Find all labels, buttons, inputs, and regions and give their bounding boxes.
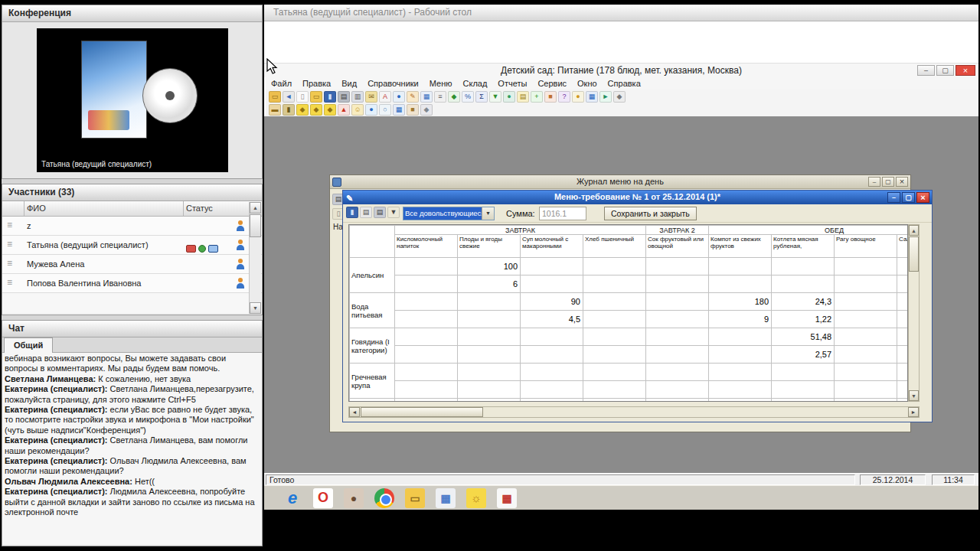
copy-icon[interactable]: ▤ [360,207,372,218]
globe-icon-2[interactable]: ● [365,104,377,116]
value-cell[interactable] [521,399,583,403]
open-folder-icon[interactable]: ▭ [269,91,281,103]
sum-field[interactable]: 1016.1 [539,207,586,220]
print-dropdown-icon[interactable]: ▼ [387,207,400,218]
sort-icon[interactable]: ▼ [489,91,501,103]
package-icon[interactable]: ■ [544,91,557,103]
table-horizontal-scrollbar[interactable] [348,406,920,418]
refresh-icon[interactable]: ► [599,91,612,103]
value-cell[interactable] [395,311,458,328]
lock-icon[interactable]: ▮ [283,104,295,116]
value-cell[interactable]: 51,48 [772,328,835,346]
value-cell[interactable] [458,364,521,381]
value-cell[interactable] [835,293,897,311]
save-icon[interactable]: ▮ [346,207,358,218]
value-cell[interactable] [709,276,772,293]
value-cell[interactable] [772,364,835,381]
settings-icon[interactable]: ◆ [613,91,626,103]
value-cell[interactable] [395,399,458,403]
app-close-button[interactable] [956,65,975,76]
value-cell[interactable]: 100 [458,258,521,276]
drag-handle-icon[interactable]: ≡ [7,239,12,249]
value-cell[interactable] [772,381,835,399]
value-cell[interactable] [583,276,646,293]
participant-row[interactable]: ≡z [2,217,262,236]
explorer-folder-icon[interactable]: ▭ [405,488,425,508]
value-cell[interactable] [897,293,908,311]
value-cell[interactable] [395,276,458,293]
value-cell[interactable] [835,346,897,364]
menu-item-Файл[interactable]: Файл [266,79,297,88]
value-cell[interactable] [458,328,521,346]
value-cell[interactable] [709,258,772,276]
value-cell[interactable] [897,364,908,381]
scroll-thumb[interactable] [909,236,919,272]
participant-row[interactable]: ≡Мужева Алена [2,255,262,274]
dialog-maximize-button[interactable] [902,192,915,203]
value-cell[interactable] [835,258,897,276]
smiley-icon[interactable]: ☺ [351,104,364,116]
drag-handle-icon[interactable]: ≡ [7,258,12,269]
menu-item-Склад[interactable]: Склад [458,79,493,88]
back-icon[interactable]: ◄ [283,91,295,103]
value-cell[interactable] [395,381,458,399]
value-cell[interactable] [583,311,646,328]
scroll-thumb[interactable] [361,407,483,417]
save-icon[interactable]: ▮ [324,91,336,103]
menu-item-Меню[interactable]: Меню [424,79,458,88]
value-cell[interactable]: 90 [521,293,583,311]
value-cell[interactable] [646,364,709,381]
journal-titlebar[interactable]: Журнал меню на день [330,175,910,189]
font-icon[interactable]: A [379,91,391,103]
scroll-up-icon[interactable] [250,202,261,214]
value-cell[interactable] [583,258,646,276]
list-icon[interactable]: ≡ [434,91,446,103]
value-cell[interactable] [395,328,458,346]
value-cell[interactable]: 9 [709,311,772,328]
value-cell[interactable] [897,311,908,328]
menu-app-icon[interactable]: ☼ [466,488,486,508]
clock-icon[interactable]: ● [572,91,584,103]
value-cell[interactable] [646,346,709,364]
value-cell[interactable] [709,328,772,346]
value-cell[interactable] [709,364,772,381]
value-cell[interactable] [646,258,709,276]
chart-icon-2[interactable]: ▦ [393,104,405,116]
app-minimize-button[interactable] [917,65,935,76]
value-cell[interactable] [583,346,646,364]
value-cell[interactable] [521,381,583,399]
value-cell[interactable]: 180 [709,293,772,311]
value-cell[interactable]: 1,22 [772,311,835,328]
value-cell[interactable] [458,311,521,328]
menu-item-Правка[interactable]: Правка [297,79,336,88]
value-cell[interactable] [646,328,709,346]
value-cell[interactable] [709,346,772,364]
scroll-thumb[interactable] [250,214,261,237]
menu-item-Сервис[interactable]: Сервис [532,79,572,88]
dialog-titlebar[interactable]: Меню-требование № 1 от 25.12.2014 (1)* [343,191,932,204]
menu-item-Справка[interactable]: Справка [603,79,646,88]
chrome-icon[interactable] [374,488,394,508]
chevron-down-icon[interactable] [482,207,494,220]
participants-scrollbar[interactable] [249,202,261,314]
value-cell[interactable] [458,381,521,399]
drag-handle-icon[interactable]: ≡ [7,277,12,288]
allowance-combobox[interactable]: Все довольствующиеся [403,207,495,220]
menu-item-Справочники[interactable]: Справочники [362,79,424,88]
value-cell[interactable] [583,364,646,381]
value-cell[interactable] [583,399,646,403]
value-cell[interactable] [835,311,897,328]
value-cell[interactable] [897,399,908,403]
edit-icon[interactable]: ✎ [407,91,419,103]
cd-icon[interactable]: ○ [379,104,391,116]
value-cell[interactable] [646,293,709,311]
value-cell[interactable] [521,258,583,276]
scroll-down-icon[interactable] [909,390,919,401]
value-cell[interactable] [835,328,897,346]
gimp-icon[interactable]: ● [344,488,364,508]
dialog-close-button[interactable] [916,192,929,203]
value-cell[interactable] [835,364,897,381]
participant-row[interactable]: ≡Попова Валентина Ивановна [2,274,262,293]
value-cell[interactable]: 4,5 [521,311,583,328]
drag-handle-icon[interactable]: ≡ [7,220,12,230]
